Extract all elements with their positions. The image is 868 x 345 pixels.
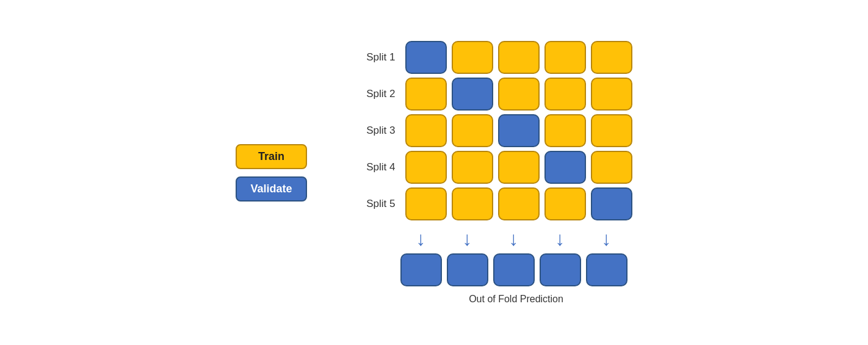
- split-row: Split 4: [356, 151, 632, 184]
- split-cell-train: [591, 114, 632, 147]
- arrow-symbol: ↓: [555, 229, 565, 249]
- prediction-cell: [540, 253, 581, 286]
- arrows-row: ↓↓↓↓↓: [400, 229, 632, 249]
- split-cell-train: [544, 78, 586, 111]
- split-cell-train: [452, 114, 493, 147]
- legend-validate: Validate: [236, 176, 306, 202]
- arrow-down-icon: ↓: [447, 229, 488, 249]
- arrow-symbol: ↓: [509, 229, 519, 249]
- split-cell-train: [498, 78, 540, 111]
- arrow-down-icon: ↓: [540, 229, 581, 249]
- split-cell-train: [591, 41, 632, 74]
- prediction-row: [400, 253, 632, 286]
- split-cell-train: [544, 41, 586, 74]
- split-cell-train: [498, 41, 540, 74]
- splits-section: Split 1Split 2Split 3Split 4Split 5: [356, 41, 632, 220]
- split-cell-train: [405, 78, 447, 111]
- split-row: Split 2: [356, 78, 632, 111]
- arrow-symbol: ↓: [463, 229, 472, 249]
- split-cell-train: [452, 151, 493, 184]
- split-cell-train: [405, 151, 447, 184]
- legend-train: Train: [236, 144, 306, 169]
- split-cell-validate: [544, 151, 586, 184]
- split-row: Split 1: [356, 41, 632, 74]
- split-label: Split 5: [356, 198, 396, 210]
- prediction-label: Out of Fold Prediction: [400, 294, 632, 305]
- prediction-cell: [586, 253, 627, 286]
- split-cell-train: [405, 187, 447, 220]
- legend: Train Validate: [236, 144, 306, 202]
- arrow-symbol: ↓: [416, 229, 426, 249]
- split-cell-train: [591, 151, 632, 184]
- split-cell-train: [452, 187, 493, 220]
- split-cell-train: [452, 41, 493, 74]
- split-cell-validate: [591, 187, 632, 220]
- split-cell-train: [498, 151, 540, 184]
- split-cell-train: [591, 78, 632, 111]
- split-cell-train: [405, 114, 447, 147]
- main-container: Train Validate Split 1Split 2Split 3Spli…: [236, 41, 632, 305]
- split-label: Split 2: [356, 88, 396, 100]
- split-label: Split 1: [356, 51, 396, 64]
- split-cell-validate: [498, 114, 540, 147]
- split-row: Split 3: [356, 114, 632, 147]
- split-label: Split 3: [356, 125, 396, 137]
- split-cell-validate: [452, 78, 493, 111]
- prediction-cell: [493, 253, 535, 286]
- arrow-symbol: ↓: [602, 229, 612, 249]
- diagram: Split 1Split 2Split 3Split 4Split 5 ↓↓↓↓…: [356, 41, 632, 305]
- split-label: Split 4: [356, 161, 396, 173]
- split-cell-train: [544, 114, 586, 147]
- arrow-down-icon: ↓: [586, 229, 627, 249]
- arrow-down-icon: ↓: [493, 229, 535, 249]
- split-cell-validate: [405, 41, 447, 74]
- prediction-cell: [400, 253, 442, 286]
- split-cell-train: [498, 187, 540, 220]
- arrow-down-icon: ↓: [400, 229, 442, 249]
- split-cell-train: [544, 187, 586, 220]
- prediction-cell: [447, 253, 488, 286]
- split-row: Split 5: [356, 187, 632, 220]
